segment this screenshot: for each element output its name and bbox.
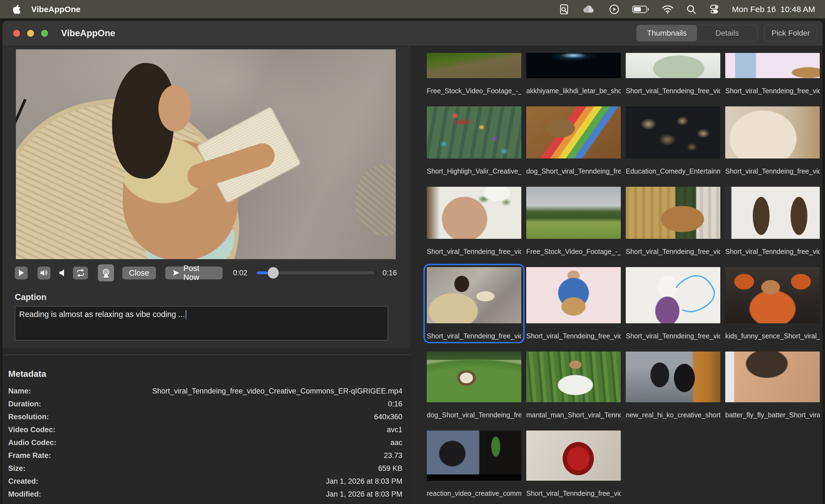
metadata-label: Video Codec: bbox=[8, 426, 55, 434]
video-thumbnail[interactable]: Short_viral_Tenndeing_free_video… bbox=[427, 187, 521, 256]
video-thumbnail[interactable]: Free_Stock_Video_Footage_-_Sh… bbox=[526, 187, 621, 256]
video-thumbnail[interactable]: Free_Stock_Video_Footage_-_Sh… bbox=[427, 53, 521, 95]
video-thumbnail[interactable]: dog_Short_viral_Tenndeing_free_… bbox=[427, 352, 521, 419]
video-thumbnail-art bbox=[427, 106, 521, 158]
video-thumbnail[interactable]: dog_Short_viral_Tenndeing_free_… bbox=[526, 106, 621, 175]
video-thumbnail-image[interactable] bbox=[526, 187, 621, 239]
video-thumbnail[interactable]: Short_viral_Tenndeing_free_video… bbox=[626, 267, 720, 340]
video-thumbnail-image[interactable] bbox=[526, 431, 621, 481]
mute-speaker-icon[interactable] bbox=[59, 269, 65, 276]
play-button[interactable] bbox=[15, 267, 28, 279]
video-thumbnail-image[interactable] bbox=[725, 106, 820, 158]
tab-thumbnails[interactable]: Thumbnails bbox=[637, 25, 697, 41]
video-thumbnail[interactable]: akkhiyame_likhdi_letar_be_short_… bbox=[526, 53, 621, 95]
loop-button[interactable] bbox=[73, 267, 88, 279]
metadata-row: Video Codec: avc1 bbox=[8, 423, 402, 436]
metadata-value: avc1 bbox=[387, 426, 402, 434]
video-thumbnail-image[interactable] bbox=[626, 53, 720, 78]
battery-icon[interactable] bbox=[632, 5, 650, 14]
caption-input[interactable]: Reading is almost as relaxing as vibe co… bbox=[15, 306, 388, 341]
video-thumbnail-art bbox=[725, 352, 820, 402]
play-circle-icon[interactable] bbox=[608, 4, 620, 15]
video-thumbnail-label: Short_viral_Tenndeing_free_video… bbox=[725, 247, 820, 256]
video-thumbnail-art bbox=[526, 53, 621, 78]
metadata-label: Resolution: bbox=[8, 413, 49, 421]
video-thumbnail[interactable]: Short_Highligh_Valir_Creative_Co… bbox=[427, 106, 521, 175]
video-frame[interactable] bbox=[16, 49, 396, 259]
close-video-button[interactable]: Close bbox=[122, 267, 156, 279]
seek-slider-knob[interactable] bbox=[268, 267, 279, 279]
video-thumbnail-image[interactable] bbox=[427, 352, 521, 402]
cloud-icon[interactable] bbox=[582, 4, 596, 15]
video-thumbnail-label: Short_viral_Tenndeing_free_video… bbox=[526, 332, 621, 340]
video-thumbnail-art bbox=[427, 187, 521, 239]
video-thumbnail-art bbox=[626, 106, 720, 158]
title-bar: VibeAppOne Thumbnails Details Pick Folde… bbox=[2, 20, 823, 46]
tab-details[interactable]: Details bbox=[697, 25, 757, 41]
video-thumbnail-image[interactable] bbox=[725, 53, 820, 78]
toolbar-right: Thumbnails Details Pick Folder bbox=[636, 25, 817, 42]
menu-bar-status: Mon Feb 16 10:48 AM bbox=[558, 3, 825, 15]
video-thumbnail-image[interactable] bbox=[427, 267, 521, 323]
video-thumbnail-image[interactable] bbox=[526, 53, 621, 78]
video-thumbnail[interactable]: Short_viral_Tenndeing_free_video… bbox=[526, 267, 621, 340]
seek-slider[interactable] bbox=[257, 272, 374, 274]
video-thumbnail[interactable]: new_real_hi_ko_creative_short_vi… bbox=[626, 352, 720, 419]
metadata-value: Jan 1, 2026 at 8:03 PM bbox=[326, 477, 402, 486]
close-window-button[interactable] bbox=[13, 30, 20, 37]
video-thumbnail[interactable]: Short_viral_Tenndeing_free_video… bbox=[725, 53, 820, 95]
video-thumbnail-art bbox=[526, 187, 621, 239]
post-now-button[interactable]: Post Now bbox=[165, 267, 223, 279]
minimize-window-button[interactable] bbox=[27, 30, 34, 37]
wifi-icon[interactable] bbox=[662, 5, 674, 14]
video-thumbnail[interactable]: reaction_video_creative_common… bbox=[427, 431, 521, 497]
video-thumbnail[interactable]: Short_viral_Tenndeing_free_video… bbox=[526, 431, 621, 497]
video-thumbnail-art bbox=[725, 267, 820, 323]
search-icon[interactable] bbox=[686, 4, 697, 15]
video-thumbnail-image[interactable] bbox=[626, 267, 720, 323]
apple-menu-icon[interactable] bbox=[11, 4, 21, 15]
menu-app-name[interactable]: VibeAppOne bbox=[31, 5, 80, 14]
video-thumbnail[interactable]: Short_viral_Tenndeing_free_video… bbox=[725, 187, 820, 256]
metadata-section: Metadata Name: Short_viral_Tenndeing_fre… bbox=[2, 355, 410, 504]
video-thumbnail[interactable]: Short_viral_Tenndeing_free_video… bbox=[626, 53, 720, 95]
video-thumbnail-image[interactable] bbox=[626, 187, 720, 239]
video-thumbnail[interactable]: Short_viral_Tenndeing_free_video… bbox=[626, 187, 720, 256]
video-thumbnail-image[interactable] bbox=[427, 431, 521, 481]
current-time: 0:02 bbox=[233, 269, 247, 277]
video-thumbnail[interactable]: batter_fly_fly_batter_Short_viral_… bbox=[725, 352, 820, 419]
metadata-label: Created: bbox=[8, 477, 39, 486]
volume-button[interactable] bbox=[38, 267, 51, 279]
video-thumbnail[interactable]: mantal_man_Short_viral_Tenndei… bbox=[526, 352, 621, 419]
video-thumbnail-image[interactable] bbox=[427, 106, 521, 158]
video-thumbnail-art bbox=[626, 187, 720, 239]
video-thumbnail[interactable]: Education_Comedy_Entertainmen… bbox=[626, 106, 720, 175]
pick-folder-button[interactable]: Pick Folder bbox=[764, 25, 817, 42]
video-thumbnail-image[interactable] bbox=[526, 267, 621, 323]
video-thumbnail-image[interactable] bbox=[626, 106, 720, 158]
control-center-icon[interactable] bbox=[709, 4, 720, 15]
video-thumbnail-image[interactable] bbox=[725, 267, 820, 323]
video-thumbnail[interactable]: Short_viral_Tenndeing_free_video… bbox=[427, 267, 521, 340]
zoom-window-button[interactable] bbox=[41, 30, 48, 37]
screen-mirror-icon[interactable] bbox=[558, 3, 570, 15]
airplay-button[interactable] bbox=[98, 264, 114, 281]
video-thumbnail-image[interactable] bbox=[526, 106, 621, 158]
video-thumbnail-art bbox=[427, 53, 521, 78]
menu-bar-clock[interactable]: Mon Feb 16 10:48 AM bbox=[732, 5, 815, 14]
metadata-value: 659 KB bbox=[378, 464, 402, 473]
video-thumbnail-art bbox=[626, 53, 720, 78]
video-thumbnail-label: batter_fly_fly_batter_Short_viral_… bbox=[725, 411, 820, 419]
metadata-row: Resolution: 640x360 bbox=[8, 411, 402, 423]
detail-pane: Close Post Now 0:02 0:16 Caption Reading… bbox=[2, 46, 410, 504]
video-thumbnail-image[interactable] bbox=[626, 352, 720, 402]
video-thumbnail-image[interactable] bbox=[526, 352, 621, 402]
video-thumbnail[interactable]: kids_funny_sence_Short_viral_Te… bbox=[725, 267, 820, 340]
video-thumbnail-art bbox=[427, 352, 521, 402]
video-thumbnail-image[interactable] bbox=[427, 53, 521, 78]
video-thumbnail-image[interactable] bbox=[427, 187, 521, 239]
video-thumbnail-label: Short_viral_Tenndeing_free_video… bbox=[626, 247, 720, 256]
video-thumbnail[interactable]: Short_viral_Tenndeing_free_video… bbox=[725, 106, 820, 175]
video-thumbnail-image[interactable] bbox=[725, 352, 820, 402]
video-thumbnail-image[interactable] bbox=[725, 187, 820, 239]
